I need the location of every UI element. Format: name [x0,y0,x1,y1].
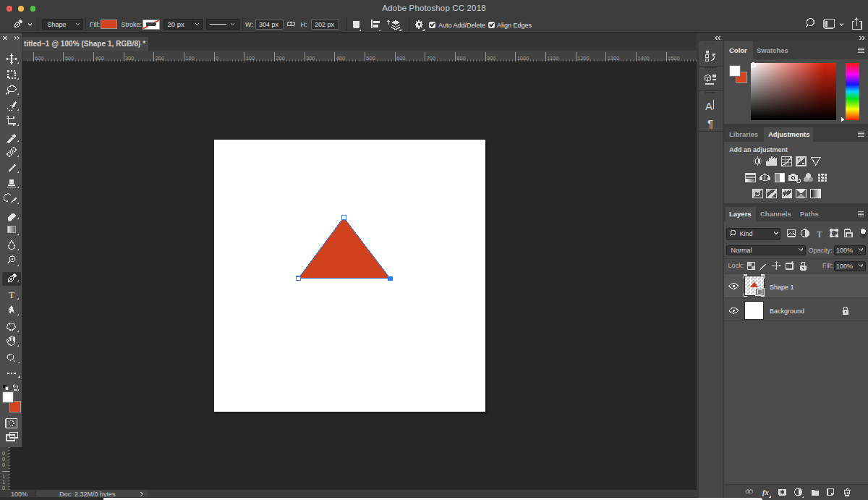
svg-text:200: 200 [156,55,165,62]
svg-text:600: 600 [35,55,44,62]
svg-text:¶: ¶ [707,117,713,130]
svg-text:400: 400 [95,55,104,62]
svg-text:1000: 1000 [517,55,529,62]
svg-text:1300: 1300 [608,55,620,62]
svg-text:1500: 1500 [668,55,680,62]
svg-text:A: A [705,100,712,112]
svg-text:100: 100 [246,55,255,62]
svg-text:0: 0 [216,55,218,62]
svg-text:600: 600 [396,55,406,62]
svg-text:1400: 1400 [637,55,650,62]
svg-text:400: 400 [336,55,346,62]
svg-text:T: T [9,289,15,300]
svg-text:700: 700 [427,55,436,62]
svg-text:500: 500 [65,55,75,62]
svg-text:100: 100 [185,55,195,62]
svg-text:200: 200 [276,55,285,62]
svg-text:300: 300 [306,55,315,62]
svg-text:900: 900 [487,55,496,62]
svg-text:fx: fx [762,488,769,496]
svg-text:500: 500 [366,55,375,62]
svg-text:800: 800 [456,55,466,62]
svg-text:0: 0 [2,485,5,491]
svg-text:1100: 1100 [547,55,558,62]
svg-text:0: 0 [2,462,5,468]
svg-text:T: T [817,229,822,240]
svg-text:300: 300 [125,55,135,62]
svg-text:1200: 1200 [577,55,590,62]
